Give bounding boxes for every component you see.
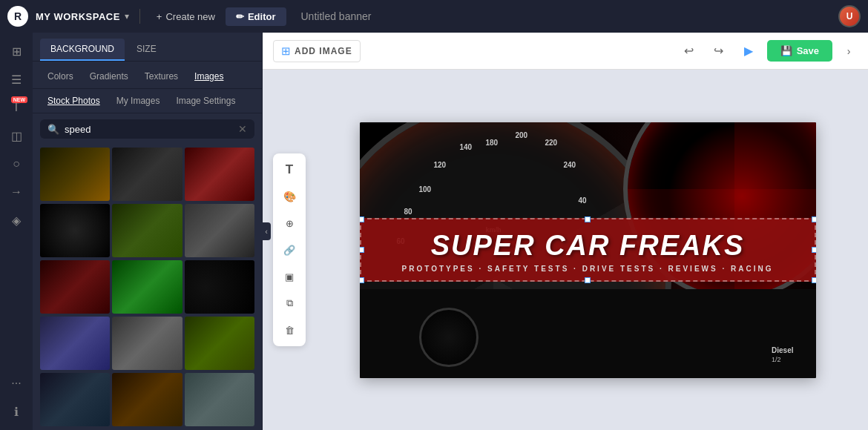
- panel-subtabs: Colors Gradients Textures Images: [33, 62, 262, 89]
- add-image-plus-icon: ⊞: [281, 44, 291, 58]
- sidebar-item-text[interactable]: T NEW: [4, 95, 29, 120]
- selection-handle-mr: [812, 247, 816, 253]
- selection-handle-tm: [585, 216, 591, 222]
- image-cell-14[interactable]: [185, 373, 254, 426]
- image-cell-13[interactable]: [112, 373, 182, 426]
- save-button[interactable]: 💾 Save: [767, 40, 832, 62]
- selection-handle-bm: [585, 277, 591, 283]
- image-cell-4[interactable]: [112, 204, 182, 257]
- workspace-chevron-icon[interactable]: ▾: [125, 11, 129, 22]
- speed-180: 180: [486, 139, 499, 147]
- banner-subtitle: PROTOTYPES · SAFETY TESTS · DRIVE TESTS …: [376, 265, 800, 273]
- add-image-button[interactable]: ⊞ ADD IMAGE: [273, 40, 361, 62]
- media-tool-button[interactable]: ▣: [277, 265, 301, 288]
- subtab-images[interactable]: Images: [187, 67, 231, 85]
- fuel-area: Diesel 1/2: [772, 346, 793, 363]
- selection-handle-bl: [360, 277, 364, 283]
- speed-120: 120: [434, 161, 447, 169]
- left-icon-bar: ⊞ ☰ T NEW ◫ ○ → ◈ ··· ℹ: [0, 33, 33, 430]
- canvas-content: T 🎨 ⊕ 🔗 ▣ ⧉ 🗑 1: [263, 70, 868, 430]
- banner-wrapper: 180 200 220 120 140 240 40 100 80 60 km/…: [360, 122, 816, 378]
- subtab-gradients[interactable]: Gradients: [82, 67, 136, 85]
- small-gauge: [419, 308, 479, 367]
- speed-220: 220: [545, 139, 558, 147]
- sidebar-item-brand[interactable]: ◈: [4, 208, 29, 233]
- create-new-label: Create new: [165, 11, 214, 22]
- image-cell-3[interactable]: [40, 204, 110, 257]
- speed-140: 140: [460, 143, 473, 151]
- top-nav: R MY WORKSPACE ▾ + Create new ✏ Editor U…: [0, 0, 868, 33]
- add-image-label: ADD IMAGE: [295, 46, 352, 56]
- banner[interactable]: 180 200 220 120 140 240 40 100 80 60 km/…: [360, 122, 816, 378]
- right-panel-toggle[interactable]: ›: [840, 42, 858, 60]
- panel-tabs: BACKGROUND SIZE: [33, 33, 262, 62]
- search-bar: 🔍 ✕: [40, 119, 254, 139]
- color-tool-button[interactable]: 🎨: [277, 185, 301, 208]
- redo-button[interactable]: ↪: [708, 40, 730, 62]
- subtab-image-settings[interactable]: Image Settings: [168, 92, 243, 110]
- search-input[interactable]: [65, 124, 233, 135]
- image-cell-1[interactable]: [112, 148, 182, 201]
- subtab-stock-photos[interactable]: Stock Photos: [40, 92, 108, 110]
- nav-divider: [139, 9, 140, 24]
- panel-image-tabs: Stock Photos My Images Image Settings: [33, 89, 262, 113]
- image-cell-2[interactable]: [185, 148, 254, 201]
- editor-button[interactable]: ✏ Editor: [226, 7, 286, 26]
- banner-title: SUPER CAR FREAKS: [376, 230, 800, 262]
- selection-handle-tl: [360, 216, 364, 222]
- selection-handle-br: [812, 277, 816, 283]
- sidebar-item-grid[interactable]: ⊞: [4, 39, 29, 64]
- sidebar-item-layers[interactable]: ☰: [4, 67, 29, 92]
- subtab-my-images[interactable]: My Images: [109, 92, 168, 110]
- sidebar-item-more[interactable]: ···: [4, 371, 29, 396]
- canvas-toolbar: ⊞ ADD IMAGE ↩ ↪ ▶ 💾 Save ›: [263, 33, 868, 70]
- subtab-colors[interactable]: Colors: [40, 67, 81, 85]
- preview-button[interactable]: ▶: [737, 40, 760, 62]
- image-cell-9[interactable]: [40, 317, 110, 370]
- link-tool-button[interactable]: 🔗: [277, 238, 301, 262]
- image-cell-12[interactable]: [40, 373, 110, 426]
- search-clear-icon[interactable]: ✕: [238, 123, 247, 135]
- plus-icon: +: [157, 11, 162, 22]
- editor-tool-strip: T 🎨 ⊕ 🔗 ▣ ⧉ 🗑: [273, 153, 306, 346]
- speed-240: 240: [564, 161, 576, 169]
- create-new-button[interactable]: + Create new: [151, 8, 221, 25]
- canvas-area: ⊞ ADD IMAGE ↩ ↪ ▶ 💾 Save › T 🎨 ⊕ 🔗 ▣ ⧉ �: [263, 33, 868, 430]
- avatar[interactable]: U: [838, 5, 861, 27]
- tab-size[interactable]: SIZE: [126, 39, 167, 61]
- speed-40: 40: [579, 196, 587, 205]
- workspace-label: MY WORKSPACE: [36, 11, 120, 22]
- save-icon: 💾: [780, 45, 792, 56]
- sidebar-item-export[interactable]: →: [4, 179, 29, 205]
- image-cell-5[interactable]: [185, 204, 254, 257]
- image-cell-8[interactable]: [185, 260, 254, 314]
- tab-background[interactable]: BACKGROUND: [40, 39, 125, 61]
- bottom-bar: Diesel 1/2: [360, 289, 816, 378]
- image-cell-7[interactable]: [112, 260, 182, 314]
- logo: R: [7, 6, 28, 27]
- image-cell-6[interactable]: [40, 260, 110, 314]
- left-panel: BACKGROUND SIZE Colors Gradients Texture…: [33, 33, 263, 430]
- new-badge: NEW: [11, 96, 27, 103]
- image-cell-11[interactable]: [185, 317, 254, 370]
- image-cell-0[interactable]: [40, 148, 110, 201]
- image-cell-10[interactable]: [112, 317, 182, 370]
- duplicate-tool-button[interactable]: ⧉: [277, 291, 301, 315]
- document-title[interactable]: Untitled banner: [301, 10, 835, 22]
- subtab-textures[interactable]: Textures: [137, 67, 185, 85]
- sidebar-item-shapes[interactable]: ◫: [4, 123, 29, 148]
- delete-tool-button[interactable]: 🗑: [277, 318, 301, 342]
- text-tool-button[interactable]: T: [277, 158, 301, 182]
- save-label: Save: [797, 45, 819, 56]
- search-icon: 🔍: [47, 124, 59, 135]
- speed-100: 100: [419, 185, 432, 194]
- selection-handle-tr: [812, 216, 816, 222]
- panel-collapse-arrow[interactable]: ‹: [262, 222, 271, 240]
- sidebar-item-chat[interactable]: ○: [4, 151, 29, 176]
- sidebar-item-info[interactable]: ℹ: [4, 399, 29, 424]
- image-grid: [33, 145, 262, 430]
- layers-tool-button[interactable]: ⊕: [277, 211, 301, 235]
- banner-title-bar: SUPER CAR FREAKS PROTOTYPES · SAFETY TES…: [360, 218, 816, 282]
- editor-label: Editor: [248, 11, 276, 22]
- undo-button[interactable]: ↩: [678, 40, 700, 62]
